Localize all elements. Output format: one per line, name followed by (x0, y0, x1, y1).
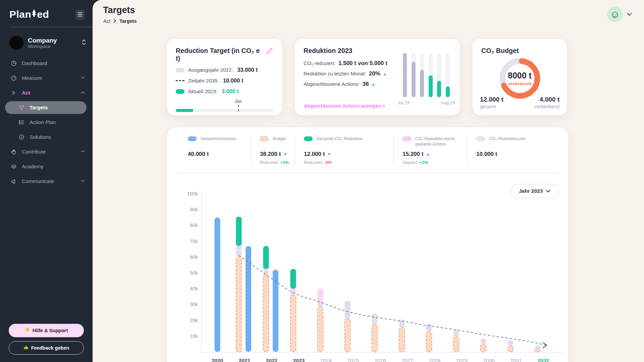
chevron-down-icon (80, 149, 85, 155)
workspace-avatar (9, 36, 23, 50)
workspace-type: Workspace (28, 44, 57, 49)
budget-total: 12.000 t gesamt (480, 96, 503, 109)
reduktion-row-label: CO₂ reduziert: (304, 60, 335, 66)
stat-subtext: Geplant: +2% (402, 160, 464, 165)
trend-up-icon: ▲ (371, 82, 375, 87)
stat-value: 10.000 t (476, 151, 525, 158)
svg-text:50k: 50k (190, 270, 198, 276)
sidebar-item-targets[interactable]: Targets (5, 101, 87, 114)
legend-pill-lavender-icon (476, 136, 485, 141)
stat-gesamte-co2-reduktion: Gesamte CO₂ Reduktion12.000 t▼Reduziert:… (294, 136, 393, 165)
target-row-value: 3.000 t (222, 88, 239, 95)
help-support-label: Hilfe & Support (33, 328, 68, 333)
stat-subtext: Reduziert: +3% (260, 160, 291, 165)
reduktion-row-label: Reduktion zu letzten Monat: (304, 71, 366, 76)
play-icon (10, 89, 17, 97)
edit-target-icon[interactable] (265, 47, 273, 56)
sidebar-item-academy[interactable]: Academy (0, 159, 93, 174)
trend-down-icon: ▼ (283, 152, 287, 157)
main-content: Targets Act Targets ☺ Reduction Target (… (93, 0, 644, 362)
ziel-marker (238, 105, 239, 111)
budget-remaining: 4.000 t verbleibend (534, 96, 559, 109)
mini-bar (403, 53, 407, 97)
svg-text:2031: 2031 (511, 358, 522, 362)
reduktion-row-value: 20% (369, 70, 380, 77)
svg-text:70k: 70k (190, 238, 198, 244)
stat-label: Budget (273, 136, 286, 141)
reduction-target-title: Reduction Target (in CO₂ e t) (176, 47, 265, 62)
stat-reduktionsziel: CO₂ Reduktionsziel10.000 t (467, 136, 529, 165)
reduktion-2023-card: Reduktion 2023 CO₂ reduziert:1.500 t von… (295, 39, 460, 115)
breadcrumb-parent[interactable]: Act (103, 18, 110, 24)
page-title: Targets (103, 5, 135, 15)
help-support-button[interactable]: Hilfe & Support (9, 324, 84, 337)
svg-text:40k: 40k (190, 286, 198, 291)
show-actions-link[interactable]: Abgeschlossene Actions anzeigen > (304, 103, 385, 109)
svg-text:2025: 2025 (347, 358, 359, 362)
budget-used-label: verbraucht (508, 81, 532, 86)
svg-text:2028: 2028 (429, 358, 440, 362)
svg-text:80k: 80k (190, 222, 198, 228)
menu-toggle-button[interactable] (75, 10, 85, 19)
sidebar-item-measure[interactable]: Measure (0, 71, 93, 85)
legend-pill-pink-icon (402, 136, 411, 141)
svg-text:2023: 2023 (293, 358, 305, 362)
stat-gesamtemissionen: Gesamtemissionen40.000 t (188, 136, 251, 165)
feedback-button[interactable]: Feedback geben (9, 341, 84, 355)
svg-text:90k: 90k (190, 206, 198, 212)
reduktion-row-label: Abgeschlossene Actions: (304, 81, 360, 87)
stat-label: Gesamtemissionen (201, 136, 236, 141)
sidebar-item-solutions[interactable]: Solutions (0, 130, 93, 144)
sidebar-item-act[interactable]: Act (0, 85, 93, 100)
stat-label: CO₂ Reduktionsziel (489, 136, 525, 141)
sidebar-item-action-plan[interactable]: Action Plan (0, 115, 93, 130)
user-avatar[interactable]: ☺ (607, 6, 623, 22)
sidebar-item-contribute[interactable]: Contribute (0, 144, 93, 159)
workspace-switcher[interactable]: Company Workspace (9, 36, 86, 50)
user-menu-chevron-icon[interactable] (627, 11, 632, 17)
stat-value: 38.200 t▼ (260, 151, 291, 158)
legend-pill-budget-icon (260, 136, 269, 141)
stat-subtext: Reduziert: -3% (304, 160, 390, 165)
sidebar-item-dashboard[interactable]: Dashboard (0, 56, 93, 71)
breadcrumb: Act Targets (103, 18, 137, 24)
sidebar-divider (9, 27, 93, 27)
sidebar-menu: DashboardMeasureActTargetsAction PlanSol… (0, 56, 93, 189)
current-marker-icon (176, 89, 184, 94)
ziel-label: Ziel (235, 99, 241, 104)
stat-label: Gesamte CO₂ Reduktion (317, 136, 363, 141)
planted-logo: Plan ed (9, 9, 49, 20)
mini-bar (412, 53, 416, 97)
progress-fill (176, 109, 193, 112)
sidebar-item-label: Contribute (22, 149, 80, 155)
user-menu: ☺ (607, 6, 632, 22)
stats-divider (176, 173, 559, 173)
list-icon (18, 119, 25, 126)
mini-bar (446, 53, 450, 97)
logo-text-left: Plan (9, 9, 31, 20)
sidebar-item-communicate[interactable]: Communicate (0, 174, 93, 189)
sidebar-bottom: Hilfe & Support Feedback geben (9, 324, 84, 355)
mini-bar (429, 53, 433, 97)
sidebar-item-label: Targets (30, 105, 79, 111)
target-row-value: 10.000 t (223, 77, 244, 84)
sidebar-item-label: Measure (22, 75, 80, 81)
breadcrumb-current: Targets (119, 18, 137, 24)
emissions-chart-panel: Gesamtemissionen40.000 tBudget38.200 t▼R… (167, 127, 568, 362)
legend-pill-blue-icon (188, 136, 197, 141)
sidebar-item-label: Academy (22, 164, 85, 170)
feedback-label: Feedback geben (31, 345, 69, 351)
svg-text:2021: 2021 (239, 358, 251, 362)
target-progress: Ziel (176, 99, 273, 114)
hand-icon (10, 148, 17, 156)
gauge-icon (10, 75, 17, 82)
chart-legend-stats: Gesamtemissionen40.000 tBudget38.200 t▼R… (188, 136, 558, 165)
svg-text:2030: 2030 (483, 358, 495, 362)
svg-text:2027: 2027 (402, 358, 413, 362)
chevron-down-icon (80, 75, 85, 81)
bulb-icon (25, 327, 30, 334)
trend-up-icon: ▲ (383, 72, 387, 76)
reduction-target-card: Reduction Target (in CO₂ e t) Ausgangsja… (167, 39, 282, 115)
svg-text:100k: 100k (187, 191, 198, 196)
mini-bar (437, 53, 441, 97)
